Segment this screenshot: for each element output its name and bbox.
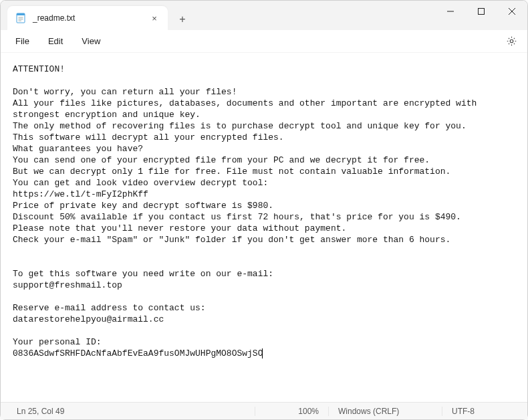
titlebar: _readme.txt × +: [1, 1, 527, 30]
menu-file[interactable]: File: [6, 33, 39, 49]
minimize-button[interactable]: [435, 1, 466, 22]
close-tab-icon[interactable]: ×: [149, 13, 160, 23]
window-controls: [435, 1, 527, 30]
tab-strip: _readme.txt × +: [1, 1, 435, 30]
tab-title: _readme.txt: [33, 13, 142, 23]
svg-rect-1: [17, 13, 25, 15]
notepad-window: _readme.txt × + File Edit View: [0, 0, 528, 420]
new-tab-button[interactable]: +: [172, 9, 193, 30]
svg-rect-6: [479, 9, 485, 15]
text-caret: [262, 348, 263, 358]
statusbar: Ln 25, Col 49 100% Windows (CRLF) UTF-8: [1, 402, 527, 419]
close-window-button[interactable]: [497, 1, 527, 22]
status-encoding[interactable]: UTF-8: [442, 407, 527, 416]
settings-button[interactable]: [501, 31, 522, 52]
menu-edit[interactable]: Edit: [39, 33, 72, 49]
svg-point-9: [510, 39, 513, 43]
status-eol[interactable]: Windows (CRLF): [328, 407, 442, 416]
menu-view[interactable]: View: [72, 33, 110, 49]
menubar: File Edit View: [1, 30, 527, 53]
maximize-button[interactable]: [466, 1, 497, 22]
status-zoom[interactable]: 100%: [255, 407, 328, 416]
status-position[interactable]: Ln 25, Col 49: [1, 407, 255, 416]
tab-readme[interactable]: _readme.txt ×: [7, 6, 168, 30]
text-editor[interactable]: ATTENTION! Don't worry, you can return a…: [1, 53, 527, 402]
notepad-icon: [15, 13, 26, 23]
